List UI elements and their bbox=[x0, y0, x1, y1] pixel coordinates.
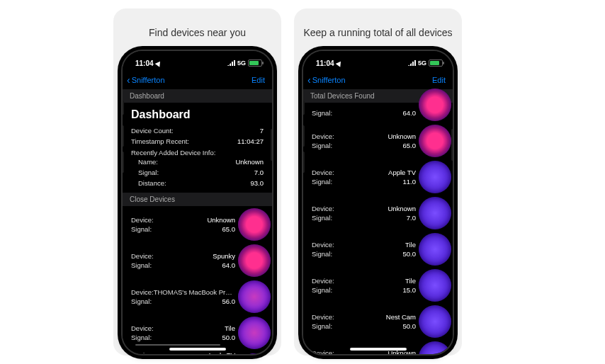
side-button bbox=[271, 129, 273, 161]
device-count-value: 7 bbox=[260, 127, 264, 135]
carrier-label: 5G bbox=[418, 59, 426, 67]
device-name-label: Device: bbox=[131, 252, 154, 260]
device-row[interactable]: Device:TileSignal:50.0 bbox=[303, 231, 453, 267]
device-text: Device:UnknownSignal:65.0 bbox=[131, 216, 238, 233]
recent-name-value: Unknown bbox=[235, 158, 264, 166]
side-button bbox=[302, 101, 305, 115]
screenshot-panel-right: Keep a running total of all devices 11:0… bbox=[294, 8, 462, 356]
device-name-value: Unknown bbox=[388, 205, 416, 212]
recent-name-label: Name: bbox=[138, 158, 158, 166]
device-signal-label: Signal: bbox=[312, 178, 332, 186]
device-signal-label: Signal: bbox=[312, 250, 332, 258]
device-row[interactable]: Device:UnknownSignal:65.0 bbox=[123, 206, 272, 242]
device-row[interactable]: Device:Apple TVSignal: bbox=[123, 351, 272, 354]
device-name-label: Device: bbox=[131, 351, 154, 354]
device-text: Device:UnknownSignal:65.0 bbox=[312, 132, 419, 149]
device-row[interactable]: Device:Apple TVSignal:11.0 bbox=[303, 159, 453, 195]
signal-orb-icon bbox=[238, 208, 271, 241]
signal-orb-icon bbox=[419, 305, 451, 338]
back-button[interactable]: ‹ Snifferton bbox=[307, 75, 346, 85]
device-name-label: Device: bbox=[312, 169, 334, 176]
notch bbox=[343, 51, 414, 67]
device-text: Signal:64.0 bbox=[312, 109, 419, 117]
device-row[interactable]: Device:TileSignal:15.0 bbox=[303, 267, 453, 303]
status-time: 11:04 bbox=[135, 59, 154, 67]
phone-frame-left: 11:04 5G ‹ Snifferton Edit Dashboard Das… bbox=[121, 50, 273, 356]
device-name-label: Device: bbox=[312, 277, 334, 285]
dashboard-summary: Dashboard Device Count:7 Timestamp Recen… bbox=[123, 103, 272, 188]
device-signal-value: 56.0 bbox=[222, 297, 236, 305]
notch bbox=[162, 51, 233, 67]
back-button[interactable]: ‹ Snifferton bbox=[127, 75, 165, 85]
device-signal-value: 50.0 bbox=[222, 334, 236, 341]
device-text: Device:THOMAS's MacBook Pr…Signal:56.0 bbox=[131, 288, 238, 305]
home-indicator[interactable] bbox=[350, 348, 407, 351]
status-time: 11:04 bbox=[316, 59, 334, 67]
device-row[interactable]: Device:Nest CamSignal:50.0 bbox=[303, 303, 453, 339]
device-name-value: Unknown bbox=[207, 216, 235, 224]
device-text: Device:SpunkySignal:64.0 bbox=[131, 252, 238, 269]
section-header-close: Close Devices bbox=[123, 193, 272, 206]
device-name-value: Apple TV bbox=[208, 351, 235, 354]
total-devices-list[interactable]: Signal:64.0Device:UnknownSignal:65.0Devi… bbox=[303, 103, 453, 354]
home-indicator[interactable] bbox=[169, 348, 226, 351]
device-count-label: Device Count: bbox=[131, 127, 174, 135]
device-name-value: Nest Cam bbox=[386, 313, 416, 321]
device-name-label: Device: bbox=[131, 216, 154, 224]
timestamp-value: 11:04:27 bbox=[237, 137, 264, 145]
device-text: Device:TileSignal:15.0 bbox=[312, 277, 419, 294]
recent-signal-label: Signal: bbox=[138, 169, 159, 176]
signal-orb-icon bbox=[238, 317, 271, 349]
back-label: Snifferton bbox=[312, 76, 346, 84]
device-signal-value: 11.0 bbox=[403, 178, 417, 186]
device-name-value: Tile bbox=[225, 324, 235, 332]
edit-button[interactable]: Edit bbox=[432, 76, 446, 84]
screen-right: ‹ Snifferton Edit Total Devices Found Si… bbox=[303, 51, 453, 354]
device-signal-label: Signal: bbox=[312, 322, 332, 330]
device-text: Device:TileSignal:50.0 bbox=[131, 324, 238, 341]
device-name-label: Device: bbox=[312, 205, 334, 212]
device-signal-label: Signal: bbox=[131, 225, 152, 233]
section-header-dashboard: Dashboard bbox=[123, 89, 272, 103]
device-text: Device:Nest CamSignal:50.0 bbox=[312, 313, 419, 330]
chevron-left-icon: ‹ bbox=[307, 75, 311, 85]
signal-orb-icon bbox=[238, 280, 271, 313]
side-button bbox=[122, 125, 124, 147]
signal-orb-icon bbox=[419, 233, 451, 266]
screen-left: ‹ Snifferton Edit Dashboard Dashboard De… bbox=[123, 51, 272, 354]
device-signal-value: 50.0 bbox=[403, 322, 417, 330]
device-signal-label: Signal: bbox=[131, 334, 152, 341]
device-signal-label: Signal: bbox=[312, 214, 332, 222]
caption-left: Find devices near you bbox=[121, 17, 273, 50]
signal-orb-icon bbox=[238, 353, 271, 354]
device-row[interactable]: Device:SpunkySignal:64.0 bbox=[123, 242, 272, 278]
signal-orb-icon bbox=[419, 269, 451, 302]
signal-orb-icon bbox=[419, 161, 451, 193]
device-signal-value: 7.0 bbox=[407, 214, 416, 222]
side-button bbox=[451, 129, 453, 161]
device-row[interactable]: Signal:64.0 bbox=[303, 103, 453, 123]
timestamp-label: Timestamp Recent: bbox=[131, 137, 189, 145]
location-icon bbox=[335, 59, 343, 67]
device-name-value: Tile bbox=[405, 277, 416, 285]
device-name-label: Device: bbox=[312, 241, 334, 249]
device-signal-label: Signal: bbox=[312, 286, 332, 294]
device-text: Device:Apple TVSignal: bbox=[131, 351, 238, 354]
device-row[interactable]: Device:UnknownSignal:7.0 bbox=[303, 195, 453, 231]
device-row[interactable]: Device:UnknownSignal:5.0 bbox=[303, 339, 453, 354]
signal-orb-icon bbox=[419, 89, 451, 121]
device-name-label: Device:THOMAS's MacBook Pr… bbox=[131, 288, 232, 296]
device-text: Device:Apple TVSignal:11.0 bbox=[312, 169, 419, 186]
back-label: Snifferton bbox=[132, 76, 165, 84]
device-row[interactable]: Device:UnknownSignal:65.0 bbox=[303, 123, 453, 159]
device-signal-label: Signal: bbox=[131, 297, 152, 305]
device-signal-value: 50.0 bbox=[403, 250, 417, 258]
chevron-left-icon: ‹ bbox=[127, 75, 130, 85]
device-row[interactable]: Device:THOMAS's MacBook Pr…Signal:56.0 bbox=[123, 278, 272, 314]
device-signal-value: 15.0 bbox=[403, 286, 417, 294]
close-devices-list[interactable]: Device:UnknownSignal:65.0Device:SpunkySi… bbox=[123, 206, 272, 354]
side-button bbox=[122, 152, 124, 173]
edit-button[interactable]: Edit bbox=[251, 76, 265, 84]
nav-bar: ‹ Snifferton Edit bbox=[123, 72, 272, 89]
page-title: Dashboard bbox=[131, 108, 264, 121]
